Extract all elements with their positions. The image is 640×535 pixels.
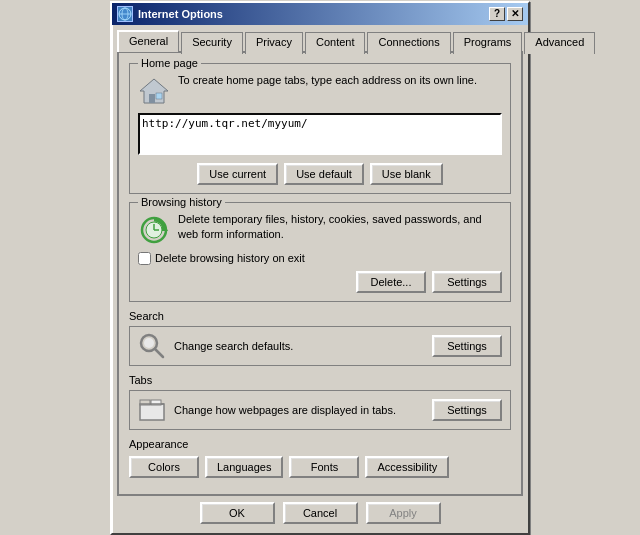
colors-button[interactable]: Colors (129, 456, 199, 478)
svg-rect-5 (156, 93, 162, 99)
tab-content-area: Home page To create home page tabs, type… (117, 51, 523, 496)
home-url-input[interactable] (138, 113, 502, 155)
search-description: Change search defaults. (174, 340, 424, 352)
appearance-section: Appearance Colors Languages Fonts Access… (129, 438, 511, 478)
delete-history-checkbox[interactable] (138, 252, 151, 265)
tabs-section-label: Tabs (129, 374, 511, 386)
title-bar-text: Internet Options (117, 6, 223, 22)
help-button[interactable]: ? (489, 7, 505, 21)
home-page-inner: To create home page tabs, type each addr… (138, 69, 502, 185)
languages-button[interactable]: Languages (205, 456, 283, 478)
svg-line-12 (155, 349, 163, 357)
apply-button[interactable]: Apply (366, 502, 441, 524)
tabs-description: Change how webpages are displayed in tab… (174, 404, 424, 416)
title-bar: Internet Options ? ✕ (112, 3, 528, 25)
use-current-button[interactable]: Use current (197, 163, 278, 185)
appearance-buttons: Colors Languages Fonts Accessibility (129, 456, 511, 478)
search-settings-button[interactable]: Settings (432, 335, 502, 357)
home-page-group: Home page To create home page tabs, type… (129, 63, 511, 194)
close-button[interactable]: ✕ (507, 7, 523, 21)
house-icon (138, 75, 170, 107)
home-page-buttons: Use current Use default Use blank (138, 163, 502, 185)
tabs-section: Tabs Change how webpages are displayed i… (129, 374, 511, 430)
tab-general[interactable]: General (117, 30, 179, 52)
browsing-history-inner: Delete temporary files, history, cookies… (138, 208, 502, 293)
tab-connections[interactable]: Connections (367, 32, 450, 54)
ie-icon (117, 6, 133, 22)
tab-privacy[interactable]: Privacy (245, 32, 303, 54)
ok-button[interactable]: OK (200, 502, 275, 524)
tab-content[interactable]: Content (305, 32, 366, 54)
delete-settings-row: Delete... Settings (138, 271, 502, 293)
use-blank-button[interactable]: Use blank (370, 163, 443, 185)
svg-rect-14 (140, 404, 164, 420)
browsing-row: Delete temporary files, history, cookies… (138, 212, 502, 246)
home-page-description: To create home page tabs, type each addr… (178, 74, 477, 86)
delete-button[interactable]: Delete... (356, 271, 426, 293)
delete-history-checkbox-label: Delete browsing history on exit (155, 252, 305, 264)
tab-bar: General Security Privacy Content Connect… (117, 30, 523, 52)
cancel-button[interactable]: Cancel (283, 502, 358, 524)
tab-advanced[interactable]: Advanced (524, 32, 595, 54)
tab-programs[interactable]: Programs (453, 32, 523, 54)
fonts-button[interactable]: Fonts (289, 456, 359, 478)
browsing-history-group: Browsing history Delete (129, 202, 511, 302)
tabs-settings-button[interactable]: Settings (432, 399, 502, 421)
delete-history-checkbox-row: Delete browsing history on exit (138, 252, 502, 265)
use-default-button[interactable]: Use default (284, 163, 364, 185)
search-label: Search (129, 310, 511, 322)
svg-point-13 (144, 338, 154, 348)
history-icon (138, 214, 170, 246)
browsing-settings-button[interactable]: Settings (432, 271, 502, 293)
dialog-buttons: OK Cancel Apply (117, 496, 523, 528)
home-page-label: Home page (138, 57, 201, 69)
search-icon (138, 332, 166, 360)
search-row: Change search defaults. Settings (129, 326, 511, 366)
browsing-description: Delete temporary files, history, cookies… (178, 213, 482, 240)
tabs-row: Change how webpages are displayed in tab… (129, 390, 511, 430)
dialog-content: General Security Privacy Content Connect… (112, 25, 528, 533)
home-page-row: To create home page tabs, type each addr… (138, 73, 502, 107)
search-section: Search Change search defaults. Settings (129, 310, 511, 366)
browser-tabs-icon (138, 396, 166, 424)
browsing-history-label: Browsing history (138, 196, 225, 208)
accessibility-button[interactable]: Accessibility (365, 456, 449, 478)
title-bar-controls: ? ✕ (489, 7, 523, 21)
svg-rect-4 (149, 94, 155, 103)
tab-security[interactable]: Security (181, 32, 243, 54)
appearance-label: Appearance (129, 438, 511, 450)
internet-options-dialog: Internet Options ? ✕ General Security Pr… (110, 1, 530, 535)
